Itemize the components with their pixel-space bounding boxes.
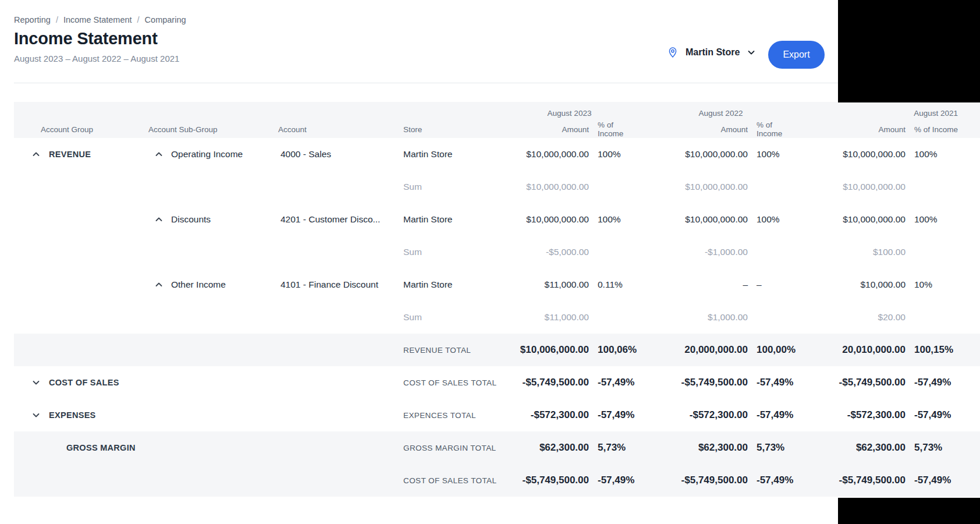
account-group-cell: GROSS MARGIN bbox=[14, 443, 148, 452]
breadcrumb-income-statement[interactable]: Income Statement bbox=[63, 15, 132, 24]
table-row-group-total: COST OF SALESCOST OF SALES TOTAL-$5,749,… bbox=[14, 366, 980, 399]
pct-text: – bbox=[757, 279, 762, 290]
amount-text: -$1,000.00 bbox=[705, 247, 748, 257]
account-cell: 4101 - Finance Discount bbox=[274, 279, 393, 290]
amount-text: -$572,300.00 bbox=[847, 409, 906, 421]
breadcrumb-separator: / bbox=[56, 15, 58, 24]
chevron-down-icon[interactable] bbox=[31, 378, 41, 387]
amount-text: -$5,749,500.00 bbox=[839, 377, 906, 388]
pct-text: -57,49% bbox=[598, 377, 634, 388]
total-row-label: COST OF SALES TOTAL bbox=[403, 476, 496, 485]
pct-of-income-value-period-2: 5,73% bbox=[748, 442, 800, 454]
column-header-amount-2021: Amount bbox=[800, 121, 906, 138]
amount-text: $20.00 bbox=[878, 312, 906, 323]
pct-of-income-value-period-3: -57,49% bbox=[906, 377, 980, 388]
column-header-account: Account bbox=[274, 121, 393, 138]
amount-text: – bbox=[743, 279, 748, 290]
amount-text: -$5,749,500.00 bbox=[523, 377, 589, 388]
pct-text: 100% bbox=[757, 149, 780, 160]
export-button[interactable]: Export bbox=[768, 41, 825, 69]
table-body: REVENUEOperating Income4000 - SalesMarti… bbox=[14, 138, 980, 497]
pct-text: 100,06% bbox=[598, 344, 637, 356]
column-header-pct-of-income-2023: % of Income bbox=[589, 121, 641, 138]
pct-of-income-value-period-2: -57,49% bbox=[748, 409, 800, 421]
column-header-amount-2023: Amount bbox=[498, 121, 589, 138]
pct-of-income-value-period-1: 100,06% bbox=[589, 344, 641, 356]
pct-text: -57,49% bbox=[757, 377, 793, 388]
amount-text: $11,000.00 bbox=[545, 312, 589, 323]
amount-value-period-3: $20.00 bbox=[800, 312, 906, 323]
amount-text: $10,000,000.00 bbox=[685, 182, 748, 192]
pct-text: 5,73% bbox=[757, 442, 784, 454]
chevron-up-icon[interactable] bbox=[31, 150, 41, 159]
amount-value-period-1: -$5,749,500.00 bbox=[498, 377, 589, 388]
store-cell: Martin Store bbox=[393, 214, 498, 225]
amount-value-period-3: $10,000,000.00 bbox=[800, 214, 906, 225]
amount-text: $62,300.00 bbox=[856, 442, 906, 454]
pct-of-income-value-period-2: -57,49% bbox=[748, 377, 800, 388]
total-row-label: EXPENCES TOTAL bbox=[403, 411, 476, 420]
amount-value-period-1: $11,000.00 bbox=[498, 312, 589, 323]
table-row-detail: Other Income4101 - Finance DiscountMarti… bbox=[14, 268, 980, 301]
amount-text: $10,006,000.00 bbox=[520, 344, 589, 356]
account-group-cell: COST OF SALES bbox=[14, 378, 148, 387]
sum-row-label: Sum bbox=[403, 182, 422, 192]
column-header-pct-of-income-2021: % of Income bbox=[906, 121, 980, 138]
account-sub-group-label: Discounts bbox=[171, 214, 211, 225]
amount-value-period-1: $10,000,000.00 bbox=[498, 149, 589, 160]
pct-of-income-value-period-2: 100% bbox=[748, 149, 800, 160]
account-group-label: COST OF SALES bbox=[49, 378, 119, 387]
amount-value-period-3: $100.00 bbox=[800, 247, 906, 257]
pct-of-income-value-period-3: 5,73% bbox=[906, 442, 980, 454]
total-row-label: GROSS MARGIN TOTAL bbox=[403, 444, 496, 452]
income-statement-page: Reporting / Income Statement / Comparing… bbox=[0, 0, 980, 524]
store-selector[interactable]: Martin Store bbox=[667, 44, 756, 61]
pct-text: 100,15% bbox=[914, 344, 953, 356]
table-header: August 2023 August 2022 August 2021 Acco… bbox=[14, 102, 980, 138]
comparison-periods-subtitle: August 2023 – August 2022 – August 2021 bbox=[14, 54, 179, 63]
pct-text: -57,49% bbox=[914, 409, 951, 421]
pct-text: -57,49% bbox=[914, 475, 951, 486]
amount-value-period-3: 20,010,000.00 bbox=[800, 344, 906, 356]
pct-of-income-value-period-2: -57,49% bbox=[748, 475, 800, 486]
pct-of-income-value-period-2: 100,00% bbox=[748, 344, 800, 356]
amount-value-period-3: -$5,749,500.00 bbox=[800, 377, 906, 388]
amount-text: -$572,300.00 bbox=[690, 409, 748, 421]
breadcrumb-comparing[interactable]: Comparing bbox=[145, 15, 186, 24]
table-row-detail: REVENUEOperating Income4000 - SalesMarti… bbox=[14, 138, 980, 171]
table-row-sum: Sum$10,000,000.00$10,000,000.00$10,000,0… bbox=[14, 171, 980, 203]
chevron-up-icon[interactable] bbox=[154, 150, 164, 159]
amount-value-period-3: $10,000.00 bbox=[800, 279, 906, 290]
amount-value-period-2: $10,000,000.00 bbox=[641, 214, 748, 225]
pct-of-income-value-period-1: -57,49% bbox=[589, 377, 641, 388]
amount-value-period-2: $1,000.00 bbox=[641, 312, 748, 323]
amount-text: $10,000,000.00 bbox=[526, 149, 589, 160]
account-cell: 4000 - Sales bbox=[274, 149, 393, 160]
chevron-up-icon[interactable] bbox=[154, 280, 164, 289]
chevron-up-icon[interactable] bbox=[154, 215, 164, 224]
store-cell: COST OF SALES TOTAL bbox=[393, 378, 498, 387]
table-row-total: REVENUE TOTAL$10,006,000.00100,06%20,000… bbox=[14, 334, 980, 366]
amount-text: 20,010,000.00 bbox=[842, 344, 906, 356]
pct-of-income-value-period-3: 10% bbox=[906, 279, 980, 290]
pct-text: -57,49% bbox=[757, 409, 793, 421]
pct-of-income-value-period-3: 100% bbox=[906, 149, 980, 160]
account-sub-group-cell: Other Income bbox=[148, 279, 274, 290]
pct-of-income-value-period-1: 100% bbox=[589, 149, 641, 160]
store-cell: Sum bbox=[393, 312, 498, 323]
amount-value-period-1: $11,000.00 bbox=[498, 279, 589, 290]
breadcrumb-reporting[interactable]: Reporting bbox=[14, 15, 51, 24]
chevron-down-icon[interactable] bbox=[31, 410, 41, 420]
account-group-cell: EXPENSES bbox=[14, 410, 148, 420]
column-header-store: Store bbox=[393, 121, 498, 138]
period-header-august-2021: August 2021 bbox=[800, 107, 980, 119]
column-header-pct-of-income-2022: % of Income bbox=[748, 121, 800, 138]
store-cell: Sum bbox=[393, 247, 498, 257]
page-title: Income Statement bbox=[14, 29, 158, 48]
store-cell: EXPENCES TOTAL bbox=[393, 411, 498, 420]
amount-value-period-3: $62,300.00 bbox=[800, 442, 906, 454]
store-cell: COST OF SALES TOTAL bbox=[393, 476, 498, 485]
amount-value-period-3: -$5,749,500.00 bbox=[800, 475, 906, 486]
pct-text: 0.11% bbox=[598, 279, 623, 290]
account-group-cell: REVENUE bbox=[14, 150, 148, 159]
